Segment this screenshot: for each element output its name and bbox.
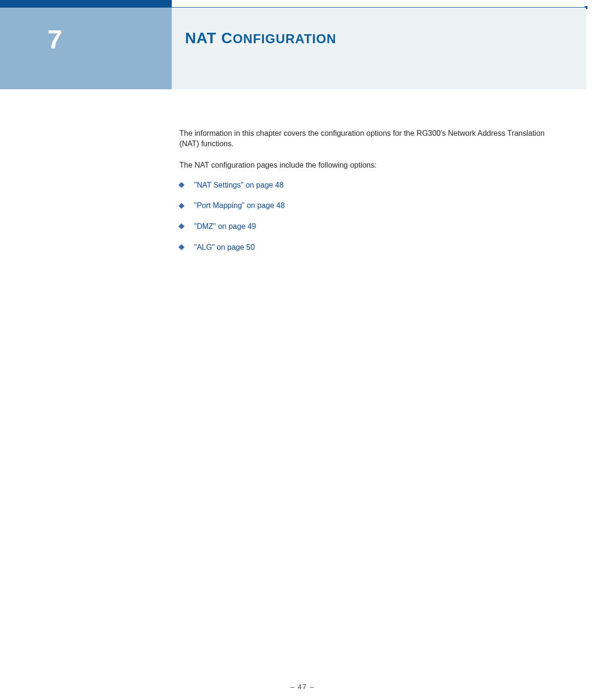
link-item[interactable]: "ALG" on page 50 [179,242,558,253]
chapter-title-suffix: ONFIGURATION [233,32,336,46]
chapter-title-block: NAT CONFIGURATION [172,8,586,89]
diamond-bullet-icon [178,244,185,250]
chapter-title: NAT CONFIGURATION [185,29,336,47]
link-item[interactable]: "DMZ" on page 49 [179,221,558,232]
link-text: "ALG" on page 50 [194,242,255,253]
diamond-bullet-icon [178,223,185,229]
chapter-number-block: 7 [0,8,172,89]
intro-paragraph-1: The information in this chapter covers t… [179,128,558,149]
page-content: The information in this chapter covers t… [179,128,558,263]
link-text: "NAT Settings" on page 48 [194,180,284,190]
top-bar-accent [0,0,172,8]
diamond-bullet-icon [178,203,185,209]
link-text: "Port Mapping" on page 48 [194,200,285,211]
chapter-title-prefix: NAT C [185,29,233,47]
link-item[interactable]: "NAT Settings" on page 48 [179,180,558,190]
chapter-number: 7 [47,24,63,55]
link-list: "NAT Settings" on page 48 "Port Mapping"… [179,180,558,252]
intro-paragraph-2: The NAT configuration pages include the … [179,160,558,170]
page-footer: – 47 – [0,683,605,691]
link-text: "DMZ" on page 49 [194,221,256,232]
diamond-bullet-icon [178,182,185,188]
link-item[interactable]: "Port Mapping" on page 48 [179,200,558,211]
